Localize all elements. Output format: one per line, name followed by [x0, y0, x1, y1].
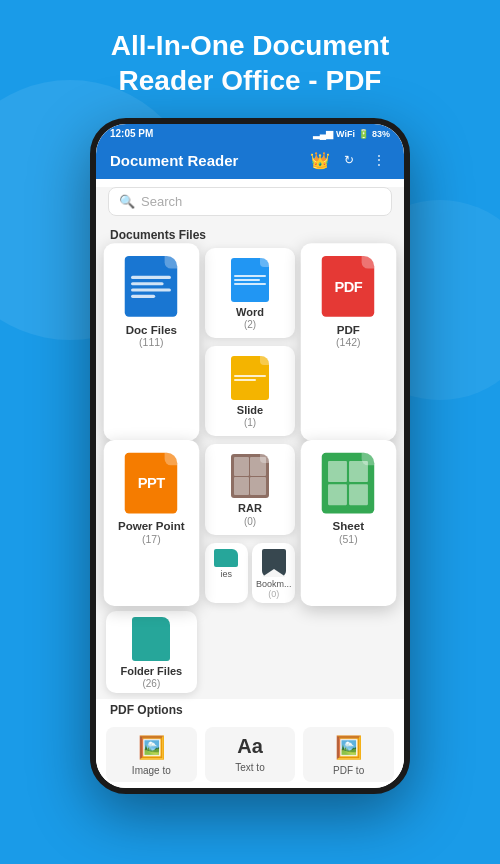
word-card[interactable]: Word (2) [205, 248, 296, 338]
image-to-label: Image to [132, 765, 171, 776]
folder-files-card[interactable]: Folder Files (26) [106, 611, 197, 693]
app-bar-icons: 👑 ↻ ⋮ [310, 149, 390, 171]
text-to-label: Text to [235, 762, 264, 773]
search-icon: 🔍 [119, 194, 135, 209]
refresh-icon[interactable]: ↻ [338, 149, 360, 171]
search-placeholder: Search [141, 194, 182, 209]
folder-files-count: (26) [142, 678, 160, 689]
sheet-icon [322, 453, 375, 514]
rar-count: (0) [244, 516, 256, 527]
app-bar: Document Reader 👑 ↻ ⋮ [96, 143, 404, 179]
rar-label: RAR [238, 502, 262, 515]
powerpoint-icon: PPT [125, 453, 178, 514]
doc-files-label: Doc Files [126, 323, 177, 337]
doc-files-icon [125, 256, 178, 317]
slide-count: (1) [244, 417, 256, 428]
pdf-options-grid: 🖼️ Image to Aa Text to 🖼️ PDF to [96, 721, 404, 788]
pdf-label: PDF [337, 323, 360, 337]
status-icons: ▂▄▆ WiFi 🔋 83% [313, 129, 390, 139]
rar-card[interactable]: RAR (0) [205, 444, 296, 534]
pdf-card[interactable]: PDF PDF (142) [301, 243, 396, 441]
app-bar-title: Document Reader [110, 152, 238, 169]
bookmark-count: (0) [268, 589, 279, 599]
image-to-icon: 🖼️ [138, 735, 165, 761]
rar-icon [231, 454, 269, 498]
word-icon [231, 258, 269, 302]
doc-files-card[interactable]: Doc Files (111) [104, 243, 199, 441]
pdf-count: (142) [336, 337, 361, 349]
pdf-icon: PDF [322, 256, 375, 317]
powerpoint-card[interactable]: PPT Power Point (17) [104, 440, 199, 606]
folder-label: ies [221, 569, 233, 579]
search-bar[interactable]: 🔍 Search [108, 187, 392, 216]
phone-mockup: 12:05 PM ▂▄▆ WiFi 🔋 83% Document Reader … [0, 118, 500, 794]
folder-files-label: Folder Files [120, 665, 182, 678]
battery-percent: 83% [372, 129, 390, 139]
text-to-card[interactable]: Aa Text to [205, 727, 296, 782]
pdf-to-icon: 🖼️ [335, 735, 362, 761]
powerpoint-label: Power Point [118, 520, 185, 534]
slide-card[interactable]: Slide (1) [205, 346, 296, 436]
image-to-card[interactable]: 🖼️ Image to [106, 727, 197, 782]
text-to-icon: Aa [237, 735, 263, 758]
status-bar: 12:05 PM ▂▄▆ WiFi 🔋 83% [96, 124, 404, 143]
word-label: Word [236, 306, 264, 319]
pdf-to-card[interactable]: 🖼️ PDF to [303, 727, 394, 782]
sheet-card[interactable]: Sheet (51) [301, 440, 396, 606]
slide-label: Slide [237, 404, 263, 417]
status-time: 12:05 PM [110, 128, 153, 139]
word-count: (2) [244, 319, 256, 330]
pdf-options-header: PDF Options [96, 699, 404, 721]
sheet-count: (51) [339, 534, 358, 546]
bookmark-card[interactable]: Bookm... (0) [252, 543, 295, 603]
more-options-icon[interactable]: ⋮ [368, 149, 390, 171]
folder-card[interactable]: ies [205, 543, 248, 603]
slide-icon [231, 356, 269, 400]
signal-icon: ▂▄▆ [313, 129, 333, 139]
folder-files-icon [132, 617, 170, 661]
crown-icon[interactable]: 👑 [310, 151, 330, 170]
wifi-icon: WiFi [336, 129, 355, 139]
sheet-label: Sheet [333, 520, 364, 534]
powerpoint-count: (17) [142, 534, 161, 546]
bookmark-label: Bookm... [256, 579, 292, 589]
battery-icon: 🔋 [358, 129, 369, 139]
pdf-to-label: PDF to [333, 765, 364, 776]
doc-files-count: (111) [139, 337, 164, 349]
